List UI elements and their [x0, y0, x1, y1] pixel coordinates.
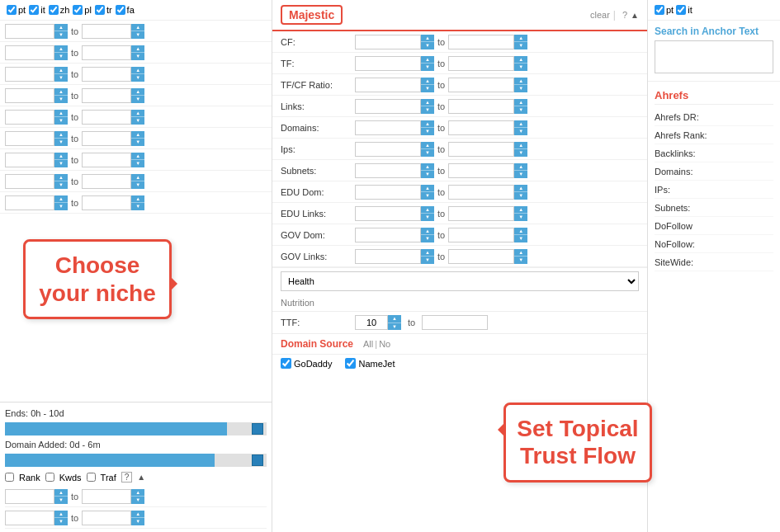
- tf-input-to[interactable]: [448, 56, 514, 71]
- left-input-to-5[interactable]: [82, 110, 131, 125]
- down-arrow-icon[interactable]: ▼: [131, 203, 144, 210]
- links-input-to[interactable]: [448, 99, 514, 114]
- down-arrow-icon[interactable]: ▼: [54, 497, 68, 504]
- gov-links-spinner-to[interactable]: ▲▼: [514, 249, 527, 264]
- down-arrow-icon[interactable]: ▼: [421, 171, 434, 178]
- cf-spinner-to[interactable]: ▲▼: [514, 35, 527, 49]
- majestic-collapse-button[interactable]: ▲: [631, 11, 639, 20]
- left-input-to-9[interactable]: [82, 195, 131, 210]
- down-arrow-icon[interactable]: ▼: [131, 31, 144, 39]
- anchor-text-textarea[interactable]: [655, 40, 773, 73]
- subnets-input-from[interactable]: [355, 163, 421, 178]
- up-arrow-icon[interactable]: ▲: [514, 35, 527, 43]
- ips-input-from[interactable]: [355, 142, 421, 157]
- up-arrow-icon[interactable]: ▲: [54, 88, 68, 97]
- down-arrow-icon[interactable]: ▼: [54, 139, 68, 146]
- cf-input-to[interactable]: [448, 35, 514, 49]
- down-arrow-icon[interactable]: ▼: [421, 192, 434, 200]
- edu-dom-spinner-from[interactable]: ▲▼: [421, 185, 434, 200]
- edu-dom-input-to[interactable]: [448, 185, 514, 200]
- right-lang-it[interactable]: it: [676, 5, 693, 15]
- up-arrow-icon[interactable]: ▲: [54, 45, 68, 54]
- left-input-to-3[interactable]: [82, 67, 131, 82]
- left-input-to-7[interactable]: [82, 153, 131, 167]
- left-spinner-to-9[interactable]: ▲▼: [131, 195, 144, 210]
- domain-source-no-link[interactable]: No: [379, 339, 390, 349]
- down-arrow-icon[interactable]: ▼: [421, 64, 434, 71]
- down-arrow-icon[interactable]: ▼: [54, 31, 68, 39]
- ips-input-to[interactable]: [448, 142, 514, 157]
- left-spinner-to-3[interactable]: ▲▼: [131, 67, 144, 82]
- up-arrow-icon[interactable]: ▲: [514, 185, 527, 193]
- lang-pl[interactable]: pl: [73, 5, 92, 15]
- right-lang-pt-checkbox[interactable]: [655, 5, 664, 15]
- up-arrow-icon[interactable]: ▲: [131, 45, 144, 54]
- down-arrow-icon[interactable]: ▼: [421, 257, 434, 264]
- up-arrow-icon[interactable]: ▲: [514, 142, 527, 150]
- left-input-to-1[interactable]: [82, 24, 131, 39]
- up-arrow-icon[interactable]: ▲: [421, 206, 434, 214]
- down-arrow-icon[interactable]: ▼: [421, 149, 434, 157]
- down-arrow-icon[interactable]: ▼: [131, 160, 144, 167]
- kwds-checkbox[interactable]: [45, 473, 54, 482]
- extra-spinner-from-2[interactable]: ▲▼: [54, 511, 68, 525]
- down-arrow-icon[interactable]: ▼: [388, 323, 401, 331]
- down-arrow-icon[interactable]: ▼: [421, 235, 434, 242]
- up-arrow-icon[interactable]: ▲: [54, 110, 68, 118]
- lang-pt-checkbox[interactable]: [7, 5, 17, 15]
- left-spinner-to-7[interactable]: ▲▼: [131, 153, 144, 167]
- down-arrow-icon[interactable]: ▼: [131, 518, 144, 525]
- up-arrow-icon[interactable]: ▲: [421, 249, 434, 257]
- majestic-question-link[interactable]: ?: [622, 10, 627, 20]
- gov-links-input-to[interactable]: [448, 249, 514, 264]
- edu-links-input-from[interactable]: [355, 206, 421, 221]
- down-arrow-icon[interactable]: ▼: [514, 128, 527, 135]
- gov-links-spinner-from[interactable]: ▲▼: [421, 249, 434, 264]
- domains-spinner-from[interactable]: ▲▼: [421, 120, 434, 135]
- left-spinner-from-3[interactable]: ▲▼: [54, 67, 68, 82]
- tf-spinner-from[interactable]: ▲▼: [421, 56, 434, 71]
- left-input-from-1[interactable]: [5, 24, 54, 39]
- down-arrow-icon[interactable]: ▼: [421, 214, 434, 221]
- left-input-to-4[interactable]: [82, 88, 131, 103]
- ttf-spinner[interactable]: ▲▼: [388, 315, 401, 330]
- tfcf-input-from[interactable]: [355, 78, 421, 92]
- edu-links-input-to[interactable]: [448, 206, 514, 221]
- extra-spinner-to-1[interactable]: ▲▼: [131, 489, 144, 504]
- up-arrow-icon[interactable]: ▲: [131, 110, 144, 118]
- left-spinner-to-5[interactable]: ▲▼: [131, 110, 144, 125]
- down-arrow-icon[interactable]: ▼: [131, 96, 144, 103]
- up-arrow-icon[interactable]: ▲: [131, 511, 144, 519]
- edu-links-spinner-from[interactable]: ▲▼: [421, 206, 434, 221]
- down-arrow-icon[interactable]: ▼: [514, 192, 527, 200]
- domain-source-all-link[interactable]: All: [363, 339, 373, 349]
- down-arrow-icon[interactable]: ▼: [131, 139, 144, 146]
- down-arrow-icon[interactable]: ▼: [54, 518, 68, 525]
- tfcf-spinner-from[interactable]: ▲▼: [421, 78, 434, 92]
- subnets-input-to[interactable]: [448, 163, 514, 178]
- domains-spinner-to[interactable]: ▲▼: [514, 120, 527, 135]
- extra-input-from-1[interactable]: [5, 489, 54, 504]
- up-arrow-icon[interactable]: ▲: [131, 489, 144, 497]
- links-spinner-to[interactable]: ▲▼: [514, 99, 527, 114]
- up-arrow-icon[interactable]: ▲: [54, 489, 68, 497]
- up-arrow-icon[interactable]: ▲: [131, 131, 144, 139]
- up-arrow-icon[interactable]: ▲: [514, 163, 527, 172]
- up-arrow-icon[interactable]: ▲: [421, 142, 434, 150]
- lang-pt[interactable]: pt: [7, 5, 26, 15]
- niche-select[interactable]: Health Nutrition: [281, 271, 639, 291]
- left-input-from-5[interactable]: [5, 110, 54, 125]
- up-arrow-icon[interactable]: ▲: [131, 88, 144, 97]
- down-arrow-icon[interactable]: ▼: [54, 203, 68, 210]
- gov-dom-spinner-to[interactable]: ▲▼: [514, 228, 527, 242]
- up-arrow-icon[interactable]: ▲: [421, 120, 434, 129]
- gov-dom-input-from[interactable]: [355, 228, 421, 242]
- tf-spinner-to[interactable]: ▲▼: [514, 56, 527, 71]
- left-spinner-from-6[interactable]: ▲▼: [54, 131, 68, 146]
- clear-link[interactable]: clear: [590, 10, 610, 20]
- domains-input-to[interactable]: [448, 120, 514, 135]
- down-arrow-icon[interactable]: ▼: [54, 117, 68, 125]
- down-arrow-icon[interactable]: ▼: [131, 53, 144, 60]
- up-arrow-icon[interactable]: ▲: [514, 78, 527, 86]
- down-arrow-icon[interactable]: ▼: [514, 235, 527, 242]
